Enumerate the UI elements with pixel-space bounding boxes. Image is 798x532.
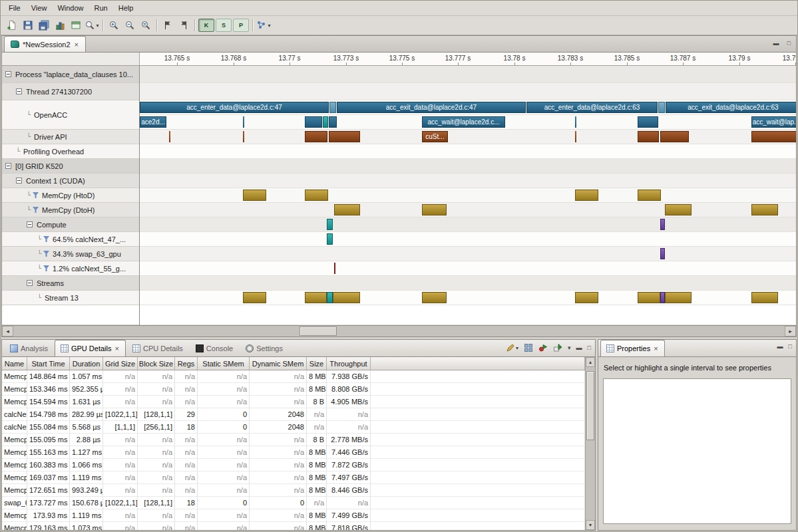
- minimize-details-button[interactable]: ▬: [576, 344, 582, 351]
- record-button[interactable]: [538, 343, 548, 352]
- timeline-event-bar[interactable]: acc_wait@lap...: [751, 116, 796, 128]
- menu-view[interactable]: View: [26, 2, 53, 14]
- table-row[interactable]: Memcpy179.163 ms1.073 msn/an/an/an/an/a8…: [2, 522, 585, 530]
- timeline-row-streams[interactable]: Streams: [2, 276, 139, 291]
- timeline-event-bar[interactable]: [305, 131, 327, 142]
- goto-flag-button[interactable]: [176, 18, 192, 33]
- column-header-name[interactable]: Name: [2, 357, 27, 370]
- timeline-event-bar[interactable]: acc_exit_data@laplace2d.c:63: [666, 102, 796, 113]
- timeline-event-bar[interactable]: [305, 116, 322, 128]
- collapse-toggle-icon[interactable]: [16, 88, 22, 94]
- minimize-properties-button[interactable]: ▬: [777, 343, 783, 350]
- timeline-event-bar[interactable]: [327, 233, 333, 245]
- table-row[interactable]: swap_63_gpu173.727 ms150.678 µs[1022,1,1…: [2, 497, 585, 509]
- vscroll-track[interactable]: [586, 367, 595, 520]
- column-header-block-size[interactable]: Block Size: [138, 357, 175, 370]
- table-row[interactable]: Memcpy154.594 ms1.631 µsn/an/an/an/an/a8…: [2, 396, 585, 408]
- table-row[interactable]: Memcpy153.346 ms952.355 µsn/an/an/an/an/…: [2, 383, 585, 396]
- timeline-event-bar[interactable]: [422, 204, 447, 215]
- timeline-event-bar[interactable]: [751, 131, 796, 142]
- timeline-event-bar[interactable]: [305, 292, 327, 303]
- view-menu-caret[interactable]: ▾: [568, 344, 571, 351]
- toggle-processes-button[interactable]: P: [233, 19, 249, 32]
- timeline-event-bar[interactable]: [660, 219, 665, 230]
- column-header-size[interactable]: Size: [307, 357, 327, 370]
- maximize-details-button[interactable]: □: [588, 344, 591, 351]
- timeline-event-bar[interactable]: [575, 131, 576, 142]
- mark-timeline-flag-button[interactable]: [160, 18, 176, 33]
- timeline-row-filler[interactable]: [2, 305, 139, 325]
- timeline-event-bar[interactable]: cuSt...: [422, 131, 448, 142]
- timeline-event-bar[interactable]: [638, 131, 659, 142]
- timeline-event-bar[interactable]: [329, 116, 337, 128]
- table-row[interactable]: calcNext155.084 ms5.568 µs[1,1,1][256,1,…: [2, 421, 585, 434]
- timeline-event-bar[interactable]: [665, 204, 692, 215]
- timeline-row-gpu-device[interactable]: [0] GRID K520: [2, 159, 139, 174]
- timeline-event-bar[interactable]: [327, 292, 333, 303]
- timeline-event-bar[interactable]: [243, 190, 266, 201]
- timeline-event-bar[interactable]: [751, 204, 778, 215]
- zoom-out-button[interactable]: [122, 18, 138, 33]
- timeline-event-bar[interactable]: [575, 116, 576, 128]
- column-header-dynamic-smem[interactable]: Dynamic SMem: [250, 357, 307, 370]
- timeline-event-bar[interactable]: acc_enter_data@laplace2d.c:63: [526, 102, 658, 113]
- timeline-event-bar[interactable]: acc_enter_data@laplace2d.c:47: [140, 102, 329, 113]
- timeline-row-kernel-calcnext55[interactable]: └1.2% calcNext_55_g...: [2, 261, 139, 276]
- timeline-row-process[interactable]: Process "laplace_data_clauses 10...: [2, 66, 139, 83]
- timeline-row-kernel-calcnext47[interactable]: └64.5% calcNext_47_...: [2, 232, 139, 247]
- collapse-toggle-icon[interactable]: [5, 163, 11, 169]
- close-tab-icon[interactable]: ×: [74, 41, 79, 48]
- run-analysis-button[interactable]: ▾: [256, 18, 272, 33]
- search-settings-button[interactable]: ▾: [84, 18, 100, 33]
- timeline-row-openacc[interactable]: └OpenACC: [2, 100, 139, 130]
- timeline-event-bar[interactable]: [334, 263, 335, 274]
- collapse-toggle-icon[interactable]: [5, 71, 11, 77]
- timeline-event-bar[interactable]: [575, 190, 598, 201]
- scroll-right-arrow[interactable]: ▸: [785, 326, 796, 336]
- timeline-event-bar[interactable]: [575, 292, 598, 303]
- tab-gpu-details[interactable]: GPU Details×: [55, 340, 126, 356]
- menu-run[interactable]: Run: [89, 2, 113, 14]
- timeline-event-bar[interactable]: [169, 131, 170, 142]
- table-row[interactable]: Memcpy172.651 ms993.249 µsn/an/an/an/an/…: [2, 484, 585, 497]
- timeline-event-bar[interactable]: [660, 248, 665, 259]
- timeline-row-memcpy-htod[interactable]: └MemCpy (HtoD): [2, 188, 139, 203]
- column-header-start-time[interactable]: Start Time: [27, 357, 70, 370]
- timeline-row-thread[interactable]: Thread 2741307200: [2, 83, 139, 100]
- export-session-button[interactable]: [68, 18, 84, 33]
- tab-newsession2[interactable]: *NewSession2 ×: [4, 36, 86, 52]
- timeline-event-bar[interactable]: [638, 116, 658, 128]
- vscroll-thumb[interactable]: [586, 371, 594, 440]
- timeline-event-bar[interactable]: [751, 292, 778, 303]
- scroll-up-arrow[interactable]: ▴: [586, 357, 595, 367]
- timeline-event-bar[interactable]: acc_wait@laplace2d.c...: [422, 116, 505, 128]
- column-header-regs[interactable]: Regs: [175, 357, 198, 370]
- close-tab-icon[interactable]: ×: [114, 345, 120, 352]
- timeline-event-bar[interactable]: [243, 292, 266, 303]
- tab-settings[interactable]: Settings: [240, 340, 289, 356]
- export-button[interactable]: [553, 343, 562, 352]
- layout-button[interactable]: [524, 343, 533, 352]
- collapse-toggle-icon[interactable]: [16, 178, 22, 184]
- timeline-event-bar[interactable]: [660, 292, 665, 303]
- column-header-duration[interactable]: Duration: [70, 357, 103, 370]
- timeline-event-bar[interactable]: [422, 292, 447, 303]
- table-row[interactable]: Memcpy155.163 ms1.127 msn/an/an/an/an/a8…: [2, 446, 585, 459]
- timeline-hscrollbar[interactable]: ◂ ▸: [2, 325, 796, 336]
- timeline-event-bar[interactable]: [658, 102, 665, 113]
- timeline-row-kernel-swap63[interactable]: └34.3% swap_63_gpu: [2, 247, 139, 261]
- toggle-streams-button[interactable]: S: [216, 19, 232, 32]
- pencil-button[interactable]: ▾: [506, 343, 518, 352]
- timeline-event-bar[interactable]: [660, 131, 689, 142]
- toggle-kernel-timeline-button[interactable]: K: [198, 19, 214, 32]
- maximize-properties-button[interactable]: □: [789, 343, 792, 350]
- zoom-in-button[interactable]: [106, 18, 122, 33]
- timeline-event-bar[interactable]: [323, 116, 328, 128]
- timeline-event-bar[interactable]: [638, 190, 661, 201]
- close-tab-icon[interactable]: ×: [653, 345, 658, 352]
- collapse-toggle-icon[interactable]: [27, 221, 33, 227]
- timeline-row-context[interactable]: Context 1 (CUDA): [2, 174, 139, 188]
- table-row[interactable]: calcNext154.798 ms282.99 µs[1022,1,1][12…: [2, 408, 585, 421]
- scroll-left-arrow[interactable]: ◂: [2, 326, 13, 336]
- column-header-throughput[interactable]: Throughput: [327, 357, 371, 370]
